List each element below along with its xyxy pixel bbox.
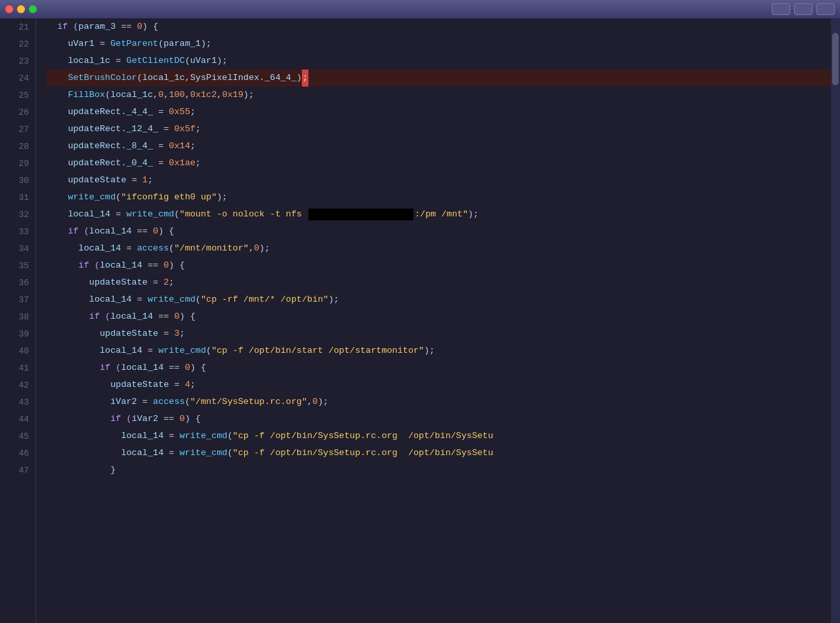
window-btn-3[interactable] bbox=[816, 3, 835, 15]
code-line-33: if (local_14 == 0) { bbox=[47, 223, 831, 240]
code-token: write_cmd bbox=[127, 206, 175, 223]
code-line-47: } bbox=[47, 462, 831, 479]
code-token: local_14 bbox=[121, 359, 163, 376]
code-token: local_14 bbox=[110, 308, 153, 325]
redacted-block bbox=[308, 209, 413, 220]
line-number-30: 30 bbox=[0, 172, 35, 189]
code-token: uVar1 bbox=[68, 35, 94, 52]
code-token: 0x1ae bbox=[169, 155, 196, 172]
code-token: updateRect._8_4_ bbox=[68, 138, 153, 155]
code-area[interactable]: if (param_3 == 0) { uVar1 = GetParent(pa… bbox=[36, 18, 831, 623]
code-line-46: local_14 = write_cmd("cp -f /opt/bin/Sys… bbox=[47, 445, 831, 462]
code-line-38: if (local_14 == 0) { bbox=[47, 308, 831, 325]
minimize-dot[interactable] bbox=[17, 5, 25, 13]
scrollbar[interactable] bbox=[831, 18, 840, 623]
code-token: ) { bbox=[158, 223, 174, 240]
code-line-40: local_14 = write_cmd("cp -f /opt/bin/sta… bbox=[47, 342, 831, 359]
code-token: 0 bbox=[163, 257, 169, 274]
line-number-32: 32 bbox=[0, 206, 35, 223]
code-line-42: updateState = 4; bbox=[47, 376, 831, 393]
code-token: if ( bbox=[79, 257, 100, 274]
code-token: , bbox=[185, 87, 190, 104]
code-token: = bbox=[127, 172, 142, 189]
code-token: ); bbox=[243, 87, 254, 104]
scrollbar-thumb[interactable] bbox=[832, 33, 839, 85]
code-token: 0 bbox=[137, 18, 142, 35]
code-token: write_cmd bbox=[68, 189, 116, 206]
line-number-23: 23 bbox=[0, 52, 35, 70]
line-number-24: 24 bbox=[0, 70, 35, 87]
code-line-45: local_14 = write_cmd("cp -f /opt/bin/Sys… bbox=[47, 428, 831, 445]
code-line-22: uVar1 = GetParent(param_1); bbox=[47, 35, 831, 52]
code-token: , bbox=[307, 393, 312, 411]
code-token: if ( bbox=[110, 411, 131, 428]
code-token: ); bbox=[217, 52, 227, 70]
line-number-27: 27 bbox=[0, 121, 35, 138]
code-token: 100 bbox=[169, 87, 184, 104]
code-token bbox=[47, 104, 68, 121]
line-number-43: 43 bbox=[0, 393, 35, 411]
line-number-34: 34 bbox=[0, 240, 35, 257]
code-token: ); bbox=[259, 240, 270, 257]
code-token: "ifconfig eth0 up" bbox=[121, 189, 217, 206]
code-token: 4 bbox=[185, 376, 190, 393]
code-token: == bbox=[163, 359, 184, 376]
line-number-45: 45 bbox=[0, 428, 35, 445]
code-line-32: local_14 = write_cmd("mount -o nolock -t… bbox=[47, 206, 831, 223]
code-token bbox=[47, 462, 110, 479]
line-number-29: 29 bbox=[0, 155, 35, 172]
code-token: = bbox=[163, 428, 179, 445]
code-line-31: write_cmd("ifconfig eth0 up"); bbox=[47, 189, 831, 206]
code-token: = bbox=[142, 342, 158, 359]
code-token: iVar2 bbox=[132, 411, 159, 428]
close-dot[interactable] bbox=[5, 5, 13, 13]
code-line-29: updateRect._0_4_ = 0x1ae; bbox=[47, 155, 831, 172]
code-token bbox=[47, 359, 100, 376]
code-token: ; bbox=[190, 138, 196, 155]
code-token: = bbox=[110, 52, 126, 70]
code-token bbox=[47, 206, 68, 223]
code-token: == bbox=[153, 308, 174, 325]
code-token: ) { bbox=[190, 359, 206, 376]
code-token bbox=[47, 121, 68, 138]
window-btn-1[interactable] bbox=[772, 3, 790, 15]
code-token bbox=[47, 172, 68, 189]
code-token: :/pm /mnt" bbox=[415, 206, 468, 223]
code-token: ( bbox=[105, 87, 110, 104]
code-token: if ( bbox=[100, 359, 121, 376]
code-token bbox=[47, 257, 79, 274]
code-token: ; bbox=[148, 172, 153, 189]
maximize-dot[interactable] bbox=[29, 5, 37, 13]
line-number-21: 21 bbox=[0, 18, 35, 35]
code-token: GetParent bbox=[110, 35, 158, 52]
code-token: write_cmd bbox=[180, 428, 228, 445]
code-token: "cp -f /opt/bin/SysSetup.rc.org /opt/bin… bbox=[233, 445, 494, 462]
code-token: access bbox=[153, 393, 185, 411]
code-token: local_14 bbox=[89, 291, 132, 308]
code-token: local_1c bbox=[110, 87, 153, 104]
code-token: , bbox=[185, 70, 190, 87]
code-token: "mount -o nolock -t nfs bbox=[180, 206, 307, 223]
code-token bbox=[47, 240, 79, 257]
code-token: 0x55 bbox=[169, 104, 190, 121]
code-token: updateRect._12_4_ bbox=[68, 121, 158, 138]
code-token: = bbox=[169, 376, 184, 393]
code-token: 0 bbox=[185, 359, 190, 376]
line-number-26: 26 bbox=[0, 104, 35, 121]
code-token: ); bbox=[318, 393, 328, 411]
code-token: updateRect._4_4_ bbox=[68, 104, 153, 121]
code-token: "/mnt/monitor" bbox=[174, 240, 248, 257]
code-token: = bbox=[153, 155, 169, 172]
window-btn-2[interactable] bbox=[794, 3, 812, 15]
code-token: ( bbox=[137, 70, 142, 87]
code-line-24: SetBrushColor(local_1c,SysPixelIndex._64… bbox=[47, 70, 831, 87]
code-token: SysPixelIndex._64_4_ bbox=[190, 70, 297, 87]
code-token bbox=[47, 155, 68, 172]
code-token: 0x14 bbox=[169, 138, 190, 155]
code-token: iVar2 bbox=[110, 393, 137, 411]
code-token: , bbox=[217, 87, 222, 104]
line-numbers: 2122232425262728293031323334353637383940… bbox=[0, 18, 36, 623]
code-token: param_1 bbox=[163, 35, 201, 52]
title-bar bbox=[0, 0, 840, 18]
line-number-33: 33 bbox=[0, 223, 35, 240]
